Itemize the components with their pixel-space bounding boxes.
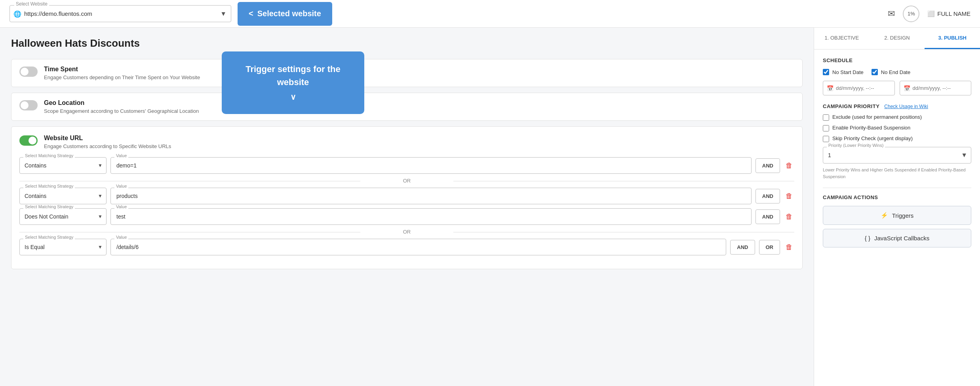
delete-button-3[interactable]: 🗑 xyxy=(784,211,794,222)
tab-publish[interactable]: 3. PUBLISH xyxy=(925,28,980,49)
strategy-select-2[interactable]: Contains Does Not Contain Is Equal xyxy=(19,188,107,204)
geo-location-desc: Scope Engagement according to Customers'… xyxy=(44,108,199,114)
globe-icon: 🌐 xyxy=(13,10,21,17)
no-start-date-checkbox[interactable] xyxy=(823,69,829,75)
url-rule-row-1: Select Matching Strategy Contains Does N… xyxy=(19,157,794,174)
no-start-date-text: No Start Date xyxy=(832,69,864,75)
website-url-text: Website URL Engage Customers according t… xyxy=(44,135,171,149)
exclude-label: Exclude (used for permanent positions) xyxy=(832,114,922,120)
priority-select[interactable]: 1 2 3 xyxy=(823,147,971,164)
no-end-date-text: No End Date xyxy=(881,69,910,75)
website-url-desc: Engage Customers according to Specific W… xyxy=(44,143,171,149)
tab-design[interactable]: 2. DESIGN xyxy=(870,28,925,49)
strategy-select-1[interactable]: Contains Does Not Contain Is Equal xyxy=(19,157,107,174)
no-end-date-label[interactable]: No End Date xyxy=(872,69,910,75)
right-panel: 1. OBJECTIVE 2. DESIGN 3. PUBLISH SCHEDU… xyxy=(814,28,980,386)
top-bar: Select Website 🌐 https://demo.fluentos.c… xyxy=(0,0,980,28)
delete-button-4[interactable]: 🗑 xyxy=(784,241,794,253)
start-cal-icon: 📅 xyxy=(827,85,833,91)
priority-header: CAMPAIGN PRIORITY Check Usage in Wiki xyxy=(823,103,971,109)
time-spent-toggle[interactable] xyxy=(19,67,38,77)
geo-location-label: Geo Location xyxy=(44,99,199,106)
right-content: SCHEDULE No Start Date No End Date 📅 📅 xyxy=(814,49,980,386)
value-wrapper-2: Value xyxy=(110,188,752,204)
end-date-input[interactable] xyxy=(900,81,972,95)
and-button-3[interactable]: AND xyxy=(755,209,780,224)
wiki-link[interactable]: Check Usage in Wiki xyxy=(884,104,928,109)
strategy-label-3: Select Matching Strategy xyxy=(23,204,75,209)
tooltip-text: Trigger settings for the website xyxy=(245,64,341,87)
website-select[interactable]: https://demo.fluentos.com xyxy=(10,5,231,22)
start-date-wrapper: 📅 xyxy=(823,81,895,95)
strategy-wrapper-1: Select Matching Strategy Contains Does N… xyxy=(19,157,107,174)
no-end-date-checkbox[interactable] xyxy=(872,69,878,75)
strategy-label-1: Select Matching Strategy xyxy=(23,153,75,158)
campaign-actions-title: CAMPAIGN ACTIONS xyxy=(823,194,971,200)
strategy-wrapper-4: Select Matching Strategy Contains Does N… xyxy=(19,239,107,255)
value-input-3[interactable] xyxy=(110,208,752,225)
js-callbacks-button[interactable]: { } JavaScript Callbacks xyxy=(823,229,971,247)
strategy-select-4[interactable]: Contains Does Not Contain Is Equal xyxy=(19,239,107,255)
triggers-label: Triggers xyxy=(892,212,913,219)
selected-website-button[interactable]: < Selected website xyxy=(238,2,332,26)
triggers-button[interactable]: ⚡ Triggers xyxy=(823,206,971,225)
value-input-4[interactable] xyxy=(110,239,726,255)
strategy-label-4: Select Matching Strategy xyxy=(23,235,75,240)
value-wrapper-4: Value xyxy=(110,239,726,255)
user-name-label: FULL NAME xyxy=(937,10,970,17)
priority-suspension-check-row: Enable Priority-Based Suspension xyxy=(823,125,971,131)
url-rule-row-4: Select Matching Strategy Contains Does N… xyxy=(19,239,794,255)
campaign-title: Halloween Hats Discounts xyxy=(11,37,803,49)
top-bar-right: ✉ 1% ⬜ FULL NAME xyxy=(888,6,970,22)
js-callbacks-label: JavaScript Callbacks xyxy=(874,235,929,241)
tooltip-bubble: Trigger settings for the website xyxy=(222,51,364,114)
start-date-input[interactable] xyxy=(823,81,895,95)
value-label-4: Value xyxy=(114,235,128,240)
end-date-wrapper: 📅 xyxy=(900,81,972,95)
schedule-checkboxes: No Start Date No End Date xyxy=(823,69,971,75)
value-wrapper-1: Value xyxy=(110,157,752,174)
value-input-1[interactable] xyxy=(110,157,752,174)
strategy-select-3[interactable]: Contains Does Not Contain Is Equal xyxy=(19,208,107,225)
value-label-3: Value xyxy=(114,204,128,209)
or-separator-2: OR xyxy=(19,229,794,235)
priority-note: Lower Priority Wins and Higher Gets Susp… xyxy=(823,167,971,180)
left-panel: Halloween Hats Discounts Time Spent Enga… xyxy=(0,28,814,386)
url-rule-row-2: Select Matching Strategy Contains Does N… xyxy=(19,188,794,204)
time-spent-label: Time Spent xyxy=(44,66,200,73)
website-url-toggle[interactable] xyxy=(19,135,38,146)
time-spent-desc: Engage Customers depending on Their Time… xyxy=(44,74,200,80)
user-name-button[interactable]: ⬜ FULL NAME xyxy=(927,10,970,17)
skip-priority-check-row: Skip Priority Check (urgent display) xyxy=(823,135,971,142)
percent-badge: 1% xyxy=(903,6,919,22)
website-select-label: Select Website xyxy=(14,1,49,7)
priority-suspension-label: Enable Priority-Based Suspension xyxy=(832,125,910,131)
geo-location-text: Geo Location Scope Engagement according … xyxy=(44,99,199,114)
priority-suspension-checkbox[interactable] xyxy=(823,125,829,131)
user-icon: ⬜ xyxy=(927,10,935,17)
or-button-4[interactable]: OR xyxy=(759,240,780,255)
tabs: 1. OBJECTIVE 2. DESIGN 3. PUBLISH xyxy=(814,28,980,49)
and-button-1[interactable]: AND xyxy=(755,158,780,173)
delete-button-2[interactable]: 🗑 xyxy=(784,190,794,202)
main-layout: Halloween Hats Discounts Time Spent Enga… xyxy=(0,28,980,386)
mail-icon-button[interactable]: ✉ xyxy=(888,9,895,19)
exclude-checkbox[interactable] xyxy=(823,114,829,121)
and-button-2[interactable]: AND xyxy=(755,189,780,203)
schedule-dates: 📅 📅 xyxy=(823,81,971,95)
and-button-4[interactable]: AND xyxy=(730,240,755,255)
end-cal-icon: 📅 xyxy=(904,85,910,91)
value-input-2[interactable] xyxy=(110,188,752,204)
skip-priority-checkbox[interactable] xyxy=(823,136,829,142)
exclude-check-row: Exclude (used for permanent positions) xyxy=(823,114,971,121)
no-start-date-label[interactable]: No Start Date xyxy=(823,69,864,75)
value-label-1: Value xyxy=(114,153,128,158)
skip-priority-label: Skip Priority Check (urgent display) xyxy=(832,135,913,141)
delete-button-1[interactable]: 🗑 xyxy=(784,160,794,171)
geo-location-toggle[interactable] xyxy=(19,100,38,110)
geo-location-row: Geo Location Scope Engagement according … xyxy=(11,93,803,121)
priority-select-wrapper: Priority (Lower Priority Wins) 1 2 3 ▼ xyxy=(823,147,971,164)
strategy-label-2: Select Matching Strategy xyxy=(23,184,75,188)
website-url-label: Website URL xyxy=(44,135,171,142)
tab-objective[interactable]: 1. OBJECTIVE xyxy=(814,28,870,49)
